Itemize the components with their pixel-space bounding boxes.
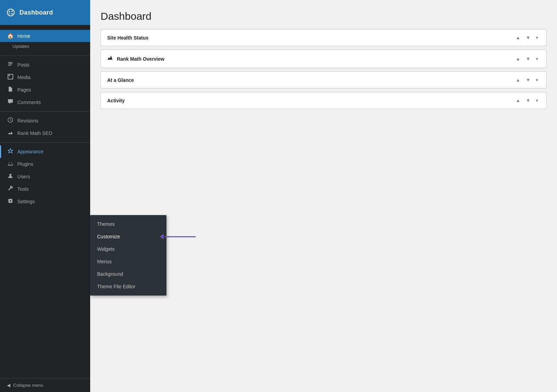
svg-point-1 (9, 11, 10, 12)
sidebar-item-pages[interactable]: Pages (0, 84, 90, 96)
settings-icon (7, 198, 14, 205)
tools-icon (7, 186, 14, 193)
svg-point-7 (9, 174, 11, 176)
svg-point-3 (11, 13, 13, 15)
logo-icon (6, 7, 16, 18)
widget-rank-math: Rank Math Overview ▲ ▼ ▾ (101, 50, 547, 68)
main-content: Dashboard Site Health Status ▲ ▼ ▾ Rank (90, 0, 557, 392)
divider-2 (0, 111, 90, 112)
rankmath-icon (7, 130, 14, 137)
widget-controls-activity: ▲ ▼ ▾ (514, 97, 540, 104)
widget-title-at-a-glance: At a Glance (107, 77, 134, 83)
sidebar-item-appearance[interactable]: Appearance (0, 145, 90, 158)
appearance-submenu: Themes Customize Widgets Menus Backgroun… (90, 215, 166, 296)
widget-header-at-a-glance[interactable]: At a Glance ▲ ▼ ▾ (101, 72, 546, 88)
appearance-icon (7, 148, 14, 155)
plugins-icon (7, 161, 14, 168)
sidebar-item-tools[interactable]: Tools (0, 183, 90, 195)
widget-title-site-health: Site Health Status (107, 35, 148, 41)
widget-controls-rank-math: ▲ ▼ ▾ (514, 56, 540, 62)
widget-up-at-a-glance[interactable]: ▲ (514, 77, 522, 83)
home-icon: 🏠 (7, 33, 14, 39)
widget-down-rank-math[interactable]: ▼ (524, 56, 532, 62)
submenu-item-themes[interactable]: Themes (90, 218, 166, 230)
widget-up-rank-math[interactable]: ▲ (514, 56, 522, 62)
svg-point-5 (9, 75, 10, 76)
widget-down-at-a-glance[interactable]: ▼ (524, 77, 532, 83)
page-title: Dashboard (101, 10, 547, 22)
widget-controls-at-a-glance: ▲ ▼ ▾ (514, 77, 540, 83)
widget-at-a-glance: At a Glance ▲ ▼ ▾ (101, 71, 547, 88)
submenu-item-widgets[interactable]: Widgets (90, 243, 166, 255)
pages-icon (7, 86, 14, 93)
site-title: Dashboard (19, 9, 53, 16)
widget-activity: Activity ▲ ▼ ▾ (101, 92, 547, 109)
media-icon (7, 74, 14, 81)
widget-down-site-health[interactable]: ▼ (524, 34, 532, 41)
sidebar-item-plugins[interactable]: Plugins (0, 158, 90, 170)
widget-toggle-site-health[interactable]: ▾ (534, 34, 540, 41)
widget-toggle-at-a-glance[interactable]: ▾ (534, 77, 540, 83)
widget-up-activity[interactable]: ▲ (514, 97, 522, 104)
submenu-item-customize[interactable]: Customize (90, 230, 166, 243)
widget-toggle-activity[interactable]: ▾ (534, 97, 540, 104)
sidebar-header[interactable]: Dashboard (0, 0, 90, 25)
widget-title-rank-math: Rank Math Overview (107, 55, 164, 63)
rankmath-widget-icon (107, 55, 114, 63)
svg-point-4 (9, 14, 10, 15)
sidebar-item-comments[interactable]: Comments (0, 96, 90, 109)
widget-site-health: Site Health Status ▲ ▼ ▾ (101, 29, 547, 46)
divider-3 (0, 142, 90, 143)
widget-header-site-health[interactable]: Site Health Status ▲ ▼ ▾ (101, 29, 546, 46)
home-section: 🏠 Home Updates (0, 25, 90, 53)
sidebar-item-home[interactable]: 🏠 Home (0, 30, 90, 42)
customize-arrow (160, 234, 196, 239)
collapse-icon: ◀ (7, 383, 10, 388)
sidebar-item-media[interactable]: Media (0, 71, 90, 84)
sidebar-item-posts[interactable]: Posts (0, 59, 90, 71)
widget-down-activity[interactable]: ▼ (524, 97, 532, 104)
collapse-menu-button[interactable]: ◀ Collapse menu (0, 378, 90, 392)
sidebar-item-settings[interactable]: Settings (0, 195, 90, 208)
sidebar-item-rankmath[interactable]: Rank Math SEO (0, 127, 90, 139)
widget-title-activity: Activity (107, 98, 125, 103)
sidebar-item-updates[interactable]: Updates (0, 42, 90, 51)
sidebar-item-users[interactable]: Users (0, 170, 90, 183)
users-icon (7, 173, 14, 180)
widget-toggle-rank-math[interactable]: ▾ (534, 56, 540, 62)
sidebar-item-revisions[interactable]: Revisions (0, 114, 90, 127)
divider-1 (0, 56, 90, 56)
widget-controls-site-health: ▲ ▼ ▾ (514, 34, 540, 41)
svg-point-0 (7, 9, 14, 16)
comments-icon (7, 99, 14, 106)
posts-icon (7, 61, 14, 68)
revisions-icon (7, 117, 14, 124)
submenu-item-background[interactable]: Background (90, 268, 166, 280)
submenu-item-theme-file-editor[interactable]: Theme File Editor (90, 280, 166, 293)
sidebar: Dashboard 🏠 Home Updates Posts Media Pag… (0, 0, 90, 392)
submenu-item-menus[interactable]: Menus (90, 255, 166, 268)
widget-header-rank-math[interactable]: Rank Math Overview ▲ ▼ ▾ (101, 50, 546, 68)
svg-point-2 (11, 10, 13, 12)
widget-up-site-health[interactable]: ▲ (514, 34, 522, 41)
widget-header-activity[interactable]: Activity ▲ ▼ ▾ (101, 92, 546, 109)
